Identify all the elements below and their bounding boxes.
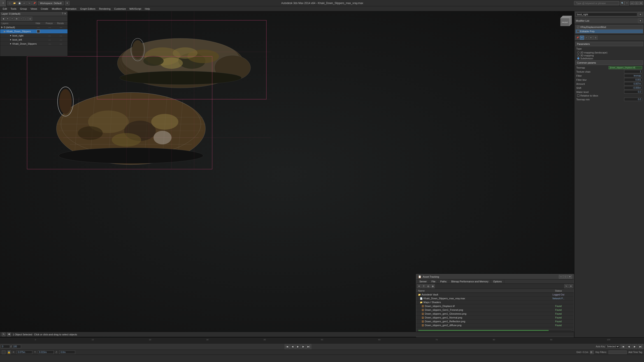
asset-minimize-btn[interactable]: —: [559, 275, 563, 279]
asset-menu-server[interactable]: Server: [417, 280, 429, 284]
asset-menu-file[interactable]: File: [429, 280, 438, 284]
menu-graph-editors[interactable]: Graph Editors: [78, 7, 97, 10]
modifier-poly-checkbox[interactable]: ✓: [577, 30, 579, 32]
water-level-input[interactable]: [624, 90, 642, 94]
frame-input[interactable]: [1, 345, 10, 348]
modifier-vray-checkbox[interactable]: ✓: [577, 26, 579, 28]
asset-row-fresnel[interactable]: 🖼 Down_slippers_Gen1_Fresnel.png Found: [416, 308, 574, 312]
key-end-btn[interactable]: ▶|: [638, 344, 643, 349]
asset-close-btn[interactable]: ✕: [568, 275, 572, 279]
layer-row-khaki-slippers[interactable]: ▶ ▸ Khaki_Down_Slippers — —: [0, 42, 68, 46]
ws-dropdown[interactable]: ▼: [65, 1, 70, 5]
z-coord[interactable]: [59, 351, 75, 354]
menu-rendering[interactable]: Rendering: [97, 7, 112, 10]
nav-cube[interactable]: FRONT: [558, 13, 572, 27]
select-mode-icon[interactable]: ↖: [2, 333, 6, 336]
asset-row-max-file[interactable]: 📄 Khaki_Down_Slippers_max_vray.max Netwo…: [416, 297, 574, 301]
texmap-min-input[interactable]: [624, 98, 642, 101]
key-filter-bar[interactable]: [608, 351, 626, 354]
radio-2d-mapping[interactable]: 2D mapping (landscape): [577, 51, 641, 54]
layer-add-btn[interactable]: +: [10, 17, 14, 21]
goto-end-btn[interactable]: ▶|: [306, 344, 311, 349]
play-btn[interactable]: ▶: [296, 344, 300, 349]
layer-back-btn[interactable]: ◀: [1, 17, 5, 21]
layer-row-default[interactable]: ▶ 0 (default) — — —: [0, 25, 68, 29]
x-coord[interactable]: [16, 351, 32, 354]
asset-detail-btn[interactable]: ▦: [431, 284, 435, 288]
asset-row-normal[interactable]: 🖼 Down_slippers_gen1_Normal.png Found: [416, 316, 574, 320]
asset-row-maps[interactable]: 📁 Maps / Shaders: [416, 301, 574, 304]
menu-help[interactable]: Help: [143, 7, 152, 10]
asset-row-diffuse[interactable]: 🖼 Down_slippers_gen2_diffuse.png Found: [416, 324, 574, 327]
shift-input[interactable]: [624, 86, 642, 89]
minimize-btn[interactable]: —: [630, 1, 634, 5]
radio-subdivision[interactable]: Subdivision: [577, 57, 641, 60]
common-params-header[interactable]: Common params: [576, 60, 643, 65]
params-header[interactable]: Parameters: [576, 42, 643, 46]
layer-visibility-toggle[interactable]: [37, 30, 40, 33]
texmap-value[interactable]: [Down_slippers_Displace.tif]: [608, 66, 642, 69]
asset-row-glossiness[interactable]: 🖼 Down_slippers_gen1_Glossiness.png Foun…: [416, 312, 574, 316]
save-btn[interactable]: 💾: [17, 1, 22, 5]
lock-icon[interactable]: 🔒: [7, 351, 11, 354]
modifier-editable-poly[interactable]: ✓ Editable Poly: [576, 29, 643, 33]
timeline-track[interactable]: 0 10 20 30 40 50 60 70 80 90 100: [0, 338, 644, 344]
move-icon[interactable]: ✚: [7, 333, 11, 336]
redo-btn[interactable]: ↪: [27, 1, 32, 5]
texture-chan-input[interactable]: [624, 70, 642, 73]
layer-target-btn[interactable]: ◎: [28, 17, 32, 21]
next-frame-btn[interactable]: ▶: [301, 344, 306, 349]
radio-3d-mapping[interactable]: 3D mapping: [577, 54, 641, 57]
close-btn[interactable]: ✕: [639, 1, 643, 5]
modifier-name-input[interactable]: [576, 13, 637, 16]
menu-views[interactable]: Views: [29, 7, 39, 10]
layer-up-btn[interactable]: ↑: [19, 17, 23, 21]
snap-icon[interactable]: [2, 351, 6, 354]
layer-panel-close[interactable]: ✕: [64, 12, 66, 15]
relative-bbox-checkbox[interactable]: [577, 94, 580, 97]
undo-btn[interactable]: ↩: [22, 1, 27, 5]
key-mode-btn[interactable]: |◀: [620, 344, 626, 349]
y-coord[interactable]: [38, 351, 54, 354]
asset-restore-btn[interactable]: □: [564, 275, 568, 279]
rp-x-icon[interactable]: ✕: [589, 36, 593, 40]
menu-maxscript[interactable]: MAXScript: [128, 7, 143, 10]
menu-modifiers[interactable]: Modifiers: [50, 7, 64, 10]
frame-max-input[interactable]: [12, 345, 21, 348]
layer-panel-question[interactable]: ?: [62, 12, 63, 15]
maximize-btn[interactable]: □: [634, 1, 638, 5]
layer-grid-btn[interactable]: ⊞: [15, 17, 19, 21]
rp-check-icon[interactable]: ✓: [584, 36, 588, 40]
asset-settings-btn[interactable]: ⚙: [569, 284, 573, 288]
asset-table-btn[interactable]: ▤: [426, 284, 430, 288]
amount-input[interactable]: [624, 82, 642, 85]
rp-pin-icon[interactable]: 📌: [576, 36, 580, 40]
layer-delete-btn[interactable]: ✕: [6, 17, 10, 21]
pin-btn[interactable]: 📌: [32, 1, 36, 5]
key-prev-btn[interactable]: ◀: [626, 344, 631, 349]
rp-edit-icon[interactable]: ✏: [580, 36, 584, 40]
menu-customize[interactable]: Customize: [112, 7, 128, 10]
help-btn[interactable]: ?: [624, 1, 629, 5]
menu-edit[interactable]: Edit: [1, 7, 9, 10]
new-btn[interactable]: ◻: [7, 1, 12, 5]
layer-down-btn[interactable]: ↓: [24, 17, 28, 21]
modifier-list-dropdown[interactable]: ▼: [638, 18, 643, 23]
menu-group[interactable]: Group: [18, 7, 29, 10]
selected-dropdown[interactable]: Selected: [606, 345, 620, 348]
search-btn[interactable]: 🔍: [620, 1, 624, 5]
menu-tools[interactable]: Tools: [9, 7, 18, 10]
layer-row-boot-left[interactable]: ▶ ▸ boot_left — —: [0, 38, 68, 42]
filter-input[interactable]: [624, 74, 642, 77]
filter-blur-input[interactable]: [624, 78, 642, 81]
menu-animation[interactable]: Animation: [64, 7, 78, 10]
layer-panel-header[interactable]: Layer: 0 (default) ? ✕: [0, 11, 68, 16]
rp-copy-icon[interactable]: ⎘: [594, 36, 598, 40]
layer-row-khaki[interactable]: ▶ Khaki_Down_Slippers — —: [0, 29, 68, 34]
asset-menu-options[interactable]: Options: [491, 280, 504, 284]
key-next-btn[interactable]: ▶: [632, 344, 637, 349]
layer-row-boot-right[interactable]: ▶ ▸ boot_right — —: [0, 34, 68, 38]
search-input[interactable]: [574, 1, 619, 5]
open-btn[interactable]: 📂: [12, 1, 17, 5]
asset-menu-paths[interactable]: Paths: [438, 280, 449, 284]
